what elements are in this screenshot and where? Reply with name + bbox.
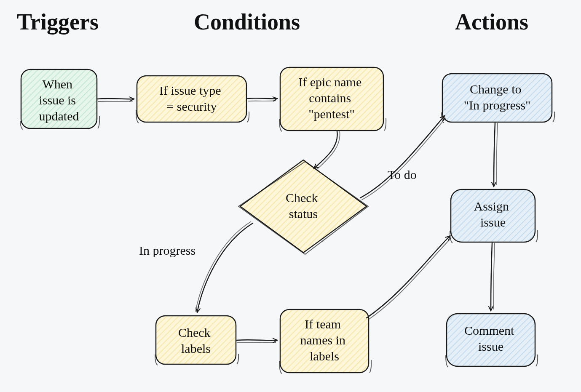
edge-label-todo: To do (388, 168, 417, 181)
node-trigger-updated: When issue is updated (20, 69, 99, 129)
svg-marker-12 (240, 160, 367, 253)
node-action-change-progress: Change to "In progress" (442, 74, 554, 123)
edge-label-inprogress: In progress (139, 243, 195, 257)
heading-conditions: Conditions (194, 9, 300, 35)
heading-triggers: Triggers (17, 9, 99, 35)
node-cond-epic-name: If epic name contains "pentest" (279, 67, 386, 131)
svg-rect-15 (156, 316, 236, 364)
workflow-diagram: Triggers Conditions Actions When issue i… (0, 0, 581, 392)
arrow-changeprogress-to-assign (494, 123, 498, 187)
node-action-assign: Assign issue (450, 189, 538, 243)
heading-actions: Actions (455, 9, 528, 35)
arrow-checklabels-to-teamnames (237, 340, 277, 343)
node-cond-team-labels: If team names in labels (279, 309, 371, 373)
node-action-comment: Comment issue (446, 314, 538, 367)
arrow-issuetype-to-epicname (248, 98, 277, 101)
node-cond-issue-type: If issue type = security (136, 76, 249, 123)
node-cond-check-labels: Check labels (155, 316, 238, 365)
node-cond-check-status: Check status (238, 160, 368, 254)
arrow-epicname-to-checkstatus (314, 131, 340, 170)
svg-rect-8 (137, 76, 246, 122)
svg-text:When
      issue is
      upda: When issue is updated (39, 77, 79, 123)
arrow-trigger-to-issuetype (98, 99, 134, 101)
arrow-checkstatus-to-checklabels (195, 221, 253, 312)
arrow-assign-to-comment (491, 243, 495, 311)
arrow-teamnames-to-assign (367, 236, 451, 320)
